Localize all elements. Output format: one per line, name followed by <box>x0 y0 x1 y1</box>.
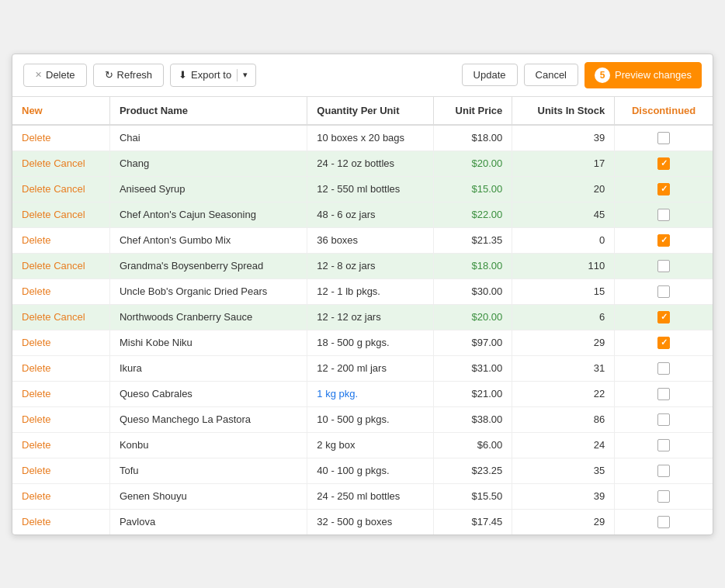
td-actions: Delete <box>12 458 109 483</box>
delete-link[interactable]: Delete <box>22 388 51 399</box>
delete-link[interactable]: Delete <box>22 209 51 220</box>
discontinued-checkbox[interactable] <box>657 465 670 477</box>
td-quantity-per-unit: 40 - 100 g pkgs. <box>307 458 434 483</box>
table-row: DeletePavlova32 - 500 g boxes$17.4529 <box>12 509 713 534</box>
discontinued-checkbox[interactable] <box>657 209 670 221</box>
cancel-link[interactable]: Cancel <box>54 260 85 272</box>
delete-button[interactable]: ✕ Delete <box>23 64 87 87</box>
discontinued-checkbox[interactable] <box>657 362 670 375</box>
td-product-name: Northwoods Cranberry Sauce <box>109 304 307 330</box>
preview-button[interactable]: 5 Preview changes <box>585 62 702 88</box>
cancel-link[interactable]: Cancel <box>54 183 85 195</box>
delete-link[interactable]: Delete <box>22 362 51 374</box>
td-unit-price: $30.00 <box>434 278 512 304</box>
delete-link[interactable]: Delete <box>22 465 51 476</box>
main-container: ✕ Delete ↻ Refresh ⬇ Export to ▾ Update … <box>12 54 713 535</box>
refresh-button[interactable]: ↻ Refresh <box>93 64 165 87</box>
table-row: DeleteIkura12 - 200 ml jars$31.0031 <box>12 355 713 381</box>
delete-link[interactable]: Delete <box>22 490 51 502</box>
td-units-in-stock: 29 <box>512 509 615 534</box>
td-discontinued <box>615 509 713 534</box>
delete-link[interactable]: Delete <box>22 260 51 272</box>
td-units-in-stock: 17 <box>512 150 615 176</box>
td-unit-price: $18.00 <box>434 125 512 151</box>
td-discontinued <box>615 330 713 355</box>
td-discontinued <box>615 278 713 304</box>
discontinued-checkbox[interactable] <box>657 157 670 170</box>
delete-link[interactable]: Delete <box>22 413 51 425</box>
discontinued-checkbox[interactable] <box>657 439 670 451</box>
update-button[interactable]: Update <box>462 64 518 86</box>
table-row: Delete CancelChang24 - 12 oz bottles$20.… <box>12 150 713 176</box>
td-discontinued <box>615 432 713 458</box>
td-units-in-stock: 35 <box>512 458 615 483</box>
delete-link[interactable]: Delete <box>22 183 51 195</box>
x-icon: ✕ <box>35 70 42 80</box>
td-discontinued <box>615 202 713 227</box>
td-quantity-per-unit: 2 kg box <box>307 432 434 458</box>
td-product-name: Ikura <box>109 355 307 381</box>
td-units-in-stock: 39 <box>512 483 615 509</box>
delete-link[interactable]: Delete <box>22 285 51 297</box>
table-row: DeleteMishi Kobe Niku18 - 500 g pkgs.$97… <box>12 330 713 355</box>
cancel-link[interactable]: Cancel <box>54 157 85 169</box>
td-unit-price: $6.00 <box>434 432 512 458</box>
td-unit-price: $22.00 <box>434 202 512 227</box>
td-unit-price: $18.00 <box>434 253 512 278</box>
td-quantity-per-unit: 24 - 12 oz bottles <box>307 150 434 176</box>
td-product-name: Chang <box>109 150 307 176</box>
discontinued-checkbox[interactable] <box>657 234 670 247</box>
td-quantity-per-unit: 12 - 550 ml bottles <box>307 176 434 202</box>
header-discontinued: Discontinued <box>615 97 713 125</box>
td-product-name: Konbu <box>109 432 307 458</box>
td-units-in-stock: 86 <box>512 406 615 432</box>
table-row: DeleteChef Anton's Gumbo Mix36 boxes$21.… <box>12 227 713 253</box>
delete-link[interactable]: Delete <box>22 234 51 246</box>
td-units-in-stock: 20 <box>512 176 615 202</box>
table-row: DeleteQueso Manchego La Pastora10 - 500 … <box>12 406 713 432</box>
delete-link[interactable]: Delete <box>22 132 51 144</box>
td-units-in-stock: 110 <box>512 253 615 278</box>
delete-link[interactable]: Delete <box>22 439 51 451</box>
discontinued-checkbox[interactable] <box>657 337 670 349</box>
header-quantity-per-unit: Quantity Per Unit <box>307 97 434 125</box>
discontinued-checkbox[interactable] <box>657 413 670 426</box>
td-product-name: Genen Shouyu <box>109 483 307 509</box>
td-discontinued <box>615 458 713 483</box>
discontinued-checkbox[interactable] <box>657 490 670 503</box>
table-row: DeleteTofu40 - 100 g pkgs.$23.2535 <box>12 458 713 483</box>
td-unit-price: $20.00 <box>434 304 512 330</box>
td-units-in-stock: 31 <box>512 355 615 381</box>
td-product-name: Uncle Bob's Organic Dried Pears <box>109 278 307 304</box>
toolbar-right: Update Cancel 5 Preview changes <box>462 62 702 88</box>
td-product-name: Chef Anton's Cajun Seasoning <box>109 202 307 227</box>
td-actions: Delete Cancel <box>12 150 109 176</box>
td-quantity-per-unit: 12 - 8 oz jars <box>307 253 434 278</box>
td-quantity-per-unit: 12 - 1 lb pkgs. <box>307 278 434 304</box>
delete-link[interactable]: Delete <box>22 516 51 527</box>
cancel-button[interactable]: Cancel <box>524 64 578 86</box>
delete-link[interactable]: Delete <box>22 337 51 348</box>
export-button[interactable]: ⬇ Export to ▾ <box>170 64 256 87</box>
cancel-link[interactable]: Cancel <box>54 209 85 220</box>
discontinued-checkbox[interactable] <box>657 285 670 298</box>
td-quantity-per-unit: 48 - 6 oz jars <box>307 202 434 227</box>
discontinued-checkbox[interactable] <box>657 516 670 528</box>
discontinued-checkbox[interactable] <box>657 132 670 144</box>
update-label: Update <box>474 69 506 81</box>
delete-link[interactable]: Delete <box>22 311 51 323</box>
discontinued-checkbox[interactable] <box>657 388 670 400</box>
td-discontinued <box>615 355 713 381</box>
cancel-link[interactable]: Cancel <box>54 311 85 323</box>
delete-link[interactable]: Delete <box>22 157 51 169</box>
discontinued-checkbox[interactable] <box>657 260 670 272</box>
discontinued-checkbox[interactable] <box>657 311 670 323</box>
td-unit-price: $17.45 <box>434 509 512 534</box>
td-actions: Delete Cancel <box>12 176 109 202</box>
delete-label: Delete <box>46 69 75 81</box>
td-unit-price: $31.00 <box>434 355 512 381</box>
table-row: Delete CancelGrandma's Boysenberry Sprea… <box>12 253 713 278</box>
td-actions: Delete <box>12 125 109 151</box>
td-product-name: Pavlova <box>109 509 307 534</box>
discontinued-checkbox[interactable] <box>657 183 670 195</box>
